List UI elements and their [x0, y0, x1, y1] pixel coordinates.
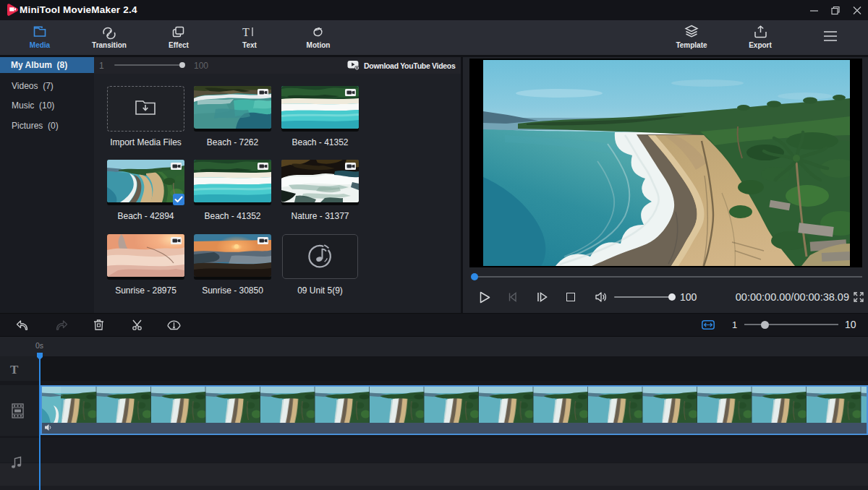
svg-text:T: T — [242, 26, 250, 38]
